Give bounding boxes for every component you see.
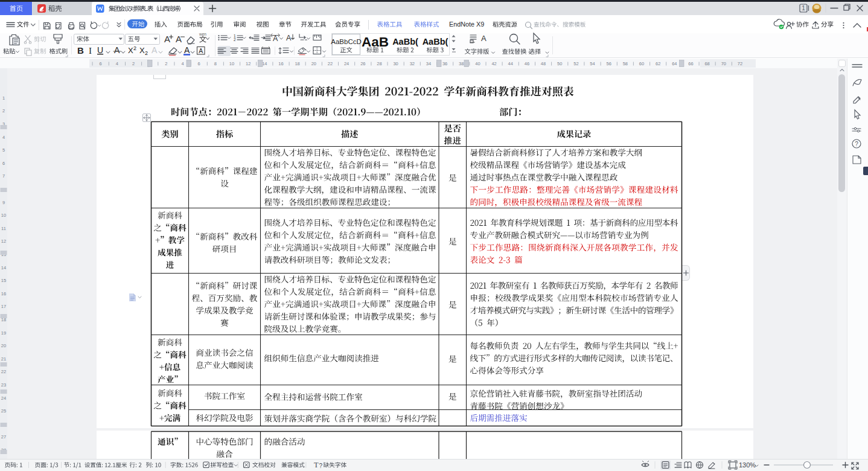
svg-text:4: 4 xyxy=(181,61,183,66)
svg-text:38: 38 xyxy=(459,61,464,66)
svg-text:A: A xyxy=(152,45,158,55)
svg-text:?: ? xyxy=(319,463,323,469)
svg-text:4: 4 xyxy=(116,61,118,66)
svg-text:A: A xyxy=(114,45,120,55)
svg-text:A: A xyxy=(176,34,182,44)
svg-text:28: 28 xyxy=(377,61,381,66)
svg-text:2: 2 xyxy=(2,108,5,114)
svg-text:32: 32 xyxy=(410,61,415,66)
svg-text:23: 23 xyxy=(1,382,6,388)
svg-text:24: 24 xyxy=(344,61,349,66)
svg-text:X: X xyxy=(139,46,145,55)
svg-text:42: 42 xyxy=(491,61,496,66)
svg-text:15: 15 xyxy=(1,278,6,283)
svg-text:1: 1 xyxy=(2,95,5,101)
svg-text:20: 20 xyxy=(311,61,316,66)
svg-text:U: U xyxy=(97,45,103,55)
svg-text:AaBb(: AaBb( xyxy=(392,37,418,46)
svg-text:16: 16 xyxy=(278,61,283,66)
svg-text:18: 18 xyxy=(295,61,299,66)
svg-text:46: 46 xyxy=(525,61,529,66)
svg-text:130%: 130% xyxy=(739,461,756,469)
svg-text:14: 14 xyxy=(1,265,6,271)
svg-text:19: 19 xyxy=(1,330,6,336)
svg-text:22: 22 xyxy=(328,61,333,66)
svg-text:AaB: AaB xyxy=(362,34,389,50)
svg-text:16: 16 xyxy=(1,291,6,296)
svg-text:X: X xyxy=(128,46,133,55)
svg-text:10: 10 xyxy=(229,61,234,66)
svg-text:72: 72 xyxy=(738,61,742,66)
svg-text:60: 60 xyxy=(639,61,644,66)
svg-text:?: ? xyxy=(855,141,858,147)
svg-text:A: A xyxy=(481,34,487,43)
svg-text:A: A xyxy=(286,34,292,42)
svg-text:2: 2 xyxy=(145,50,148,56)
svg-text:6: 6 xyxy=(2,161,5,166)
svg-text:44: 44 xyxy=(508,61,513,66)
svg-text:2: 2 xyxy=(165,61,167,66)
svg-text:12: 12 xyxy=(246,61,251,66)
svg-text:1: 1 xyxy=(802,5,805,11)
svg-text:68: 68 xyxy=(704,61,709,66)
svg-text:12: 12 xyxy=(1,239,6,244)
svg-text:62: 62 xyxy=(656,61,660,66)
svg-text:50: 50 xyxy=(557,61,562,66)
svg-text:54: 54 xyxy=(590,61,595,66)
svg-text:24: 24 xyxy=(1,396,6,401)
svg-text:A: A xyxy=(199,47,203,54)
svg-text:22: 22 xyxy=(1,369,6,374)
svg-text:66: 66 xyxy=(688,61,693,66)
svg-text:B: B xyxy=(77,45,84,56)
svg-text:8: 8 xyxy=(214,61,217,66)
svg-text:AaBb(: AaBb( xyxy=(423,37,448,46)
svg-text:2: 2 xyxy=(234,37,236,42)
svg-text:10: 10 xyxy=(1,213,6,218)
svg-text:5: 5 xyxy=(2,147,5,153)
svg-text:A: A xyxy=(184,45,190,55)
svg-text:70: 70 xyxy=(721,61,726,66)
svg-text:6: 6 xyxy=(100,61,102,66)
svg-text:2: 2 xyxy=(132,61,135,66)
svg-text:A: A xyxy=(273,34,278,43)
svg-text:6: 6 xyxy=(198,61,200,66)
svg-text:EndNote X9: EndNote X9 xyxy=(449,21,484,28)
svg-text:I: I xyxy=(89,46,92,56)
svg-text:26: 26 xyxy=(360,61,365,66)
svg-text:A: A xyxy=(164,34,170,44)
svg-text:11: 11 xyxy=(1,226,6,231)
svg-text:9: 9 xyxy=(2,200,5,205)
svg-text:4: 4 xyxy=(2,135,5,140)
svg-text:30: 30 xyxy=(393,61,398,66)
svg-text:7: 7 xyxy=(2,173,5,179)
svg-text:AaBbCcD: AaBbCcD xyxy=(331,38,362,45)
svg-text:25: 25 xyxy=(1,408,6,414)
svg-text:2: 2 xyxy=(133,45,136,51)
svg-text:14: 14 xyxy=(262,61,267,66)
svg-text:wen: wen xyxy=(199,32,206,36)
svg-text:40: 40 xyxy=(475,61,480,66)
svg-text:64: 64 xyxy=(672,61,677,66)
svg-text:56: 56 xyxy=(607,61,611,66)
svg-text:52: 52 xyxy=(573,61,578,66)
svg-text:58: 58 xyxy=(623,61,628,66)
svg-text:20: 20 xyxy=(1,343,6,348)
svg-text:21: 21 xyxy=(1,356,6,362)
svg-text:17: 17 xyxy=(1,304,6,309)
svg-text:34: 34 xyxy=(426,61,431,66)
svg-text:27: 27 xyxy=(1,434,6,440)
svg-text:T: T xyxy=(314,461,319,469)
svg-text:48: 48 xyxy=(541,61,546,66)
svg-text:36: 36 xyxy=(442,61,447,66)
